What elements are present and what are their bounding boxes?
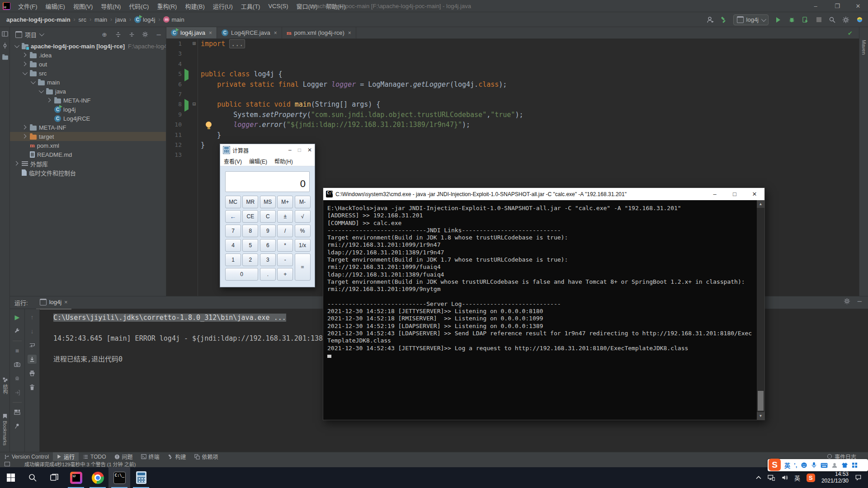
calc-button-2[interactable]: 2 <box>242 253 258 266</box>
breadcrumb-item-main[interactable]: main <box>94 16 107 23</box>
cmd-titlebar[interactable]: C:\ C:\Windows\system32\cmd.exe - java -… <box>323 188 764 200</box>
calc-minimize-button[interactable]: – <box>288 147 292 153</box>
run-console-tab[interactable]: log4j × <box>36 296 71 310</box>
sogou-tray-icon[interactable]: S <box>807 474 815 482</box>
breadcrumb-item-main[interactable]: mmain <box>163 16 184 23</box>
calc-button-ce[interactable]: CE <box>242 210 258 223</box>
detach-icon[interactable] <box>13 388 22 397</box>
calc-menu-编辑-e[interactable]: 编辑(E) <box>249 157 267 165</box>
panel-settings-gear-icon[interactable] <box>142 31 149 38</box>
toolbar-t-运行[interactable]: 运行 <box>53 452 79 461</box>
toolbar-t-依赖项[interactable]: 依赖项 <box>190 452 222 461</box>
tree-item-java[interactable]: java <box>10 87 166 96</box>
calc-button-item[interactable]: - <box>277 253 293 266</box>
ime-emoji-icon[interactable] <box>801 462 807 469</box>
taskbar-search-icon[interactable] <box>22 467 43 488</box>
down-stack-trace-icon[interactable]: ↓ <box>28 327 37 336</box>
toolbar-t-问题[interactable]: 问题 <box>110 452 137 461</box>
calc-button-c[interactable]: C <box>260 210 276 223</box>
calc-button-1-x[interactable]: 1/x <box>295 239 311 252</box>
close-icon[interactable]: × <box>274 30 277 36</box>
ime-account-icon[interactable] <box>831 462 838 469</box>
tree-item-pom-xml[interactable]: mpom.xml <box>10 141 166 150</box>
tree-item-log4jrce[interactable]: CLog4jRCE <box>10 114 166 123</box>
menubar-item-工具-t[interactable]: 工具(T) <box>237 0 264 12</box>
print-icon[interactable] <box>28 369 37 378</box>
calc-button-item[interactable]: % <box>295 225 311 237</box>
tree-item-target[interactable]: target <box>10 132 166 141</box>
hide-panel-icon[interactable]: ─ <box>155 31 162 38</box>
window-minimize-button[interactable]: – <box>806 0 826 12</box>
tree-item-apache-log4j-poc-main-log4j-rce[interactable]: apache-log4j-poc-main [log4j-rce]F:\apac… <box>10 42 166 51</box>
calc-button-6[interactable]: 6 <box>260 239 276 252</box>
clear-console-trash-icon[interactable] <box>28 383 37 392</box>
kill-process-icon[interactable] <box>13 374 22 383</box>
stop-button[interactable] <box>815 16 823 24</box>
stop-process-button[interactable]: ■ <box>13 346 22 355</box>
ime-toolbox-grid-icon[interactable] <box>852 462 858 468</box>
chevron-right-icon[interactable] <box>22 134 27 139</box>
tree-item-out[interactable]: out <box>10 60 166 69</box>
calc-button-mc[interactable]: MC <box>225 196 241 208</box>
calc-menu-帮助-h[interactable]: 帮助(H) <box>274 157 293 165</box>
close-icon[interactable]: × <box>64 299 68 305</box>
editor-tab-log4jrce-java[interactable]: CLog4jRCE.java× <box>217 27 282 38</box>
cmd-minimize-button[interactable]: – <box>705 188 725 200</box>
taskbar-start-button[interactable] <box>0 467 22 488</box>
toolbar-t-终端[interactable]: 终端 <box>137 452 164 461</box>
run-button[interactable] <box>774 16 782 24</box>
calc-button-ms[interactable]: MS <box>260 196 276 208</box>
ide-feature-icon[interactable] <box>855 16 863 24</box>
ime-mode-chinese-english-icon[interactable]: 英 <box>784 461 790 469</box>
stripe-project-icon[interactable] <box>0 31 10 37</box>
chevron-right-icon[interactable] <box>22 53 27 57</box>
chevron-down-icon[interactable] <box>31 79 36 84</box>
taskbar-taskview-icon[interactable] <box>43 467 65 488</box>
calculator-titlebar[interactable]: 计算器 – □ ✕ <box>220 144 315 156</box>
menubar-item-重构-r[interactable]: 重构(R) <box>153 0 181 12</box>
debug-button[interactable] <box>788 16 796 24</box>
menubar-item-视图-v[interactable]: 视图(V) <box>69 0 97 12</box>
calc-button-1[interactable]: 1 <box>225 253 241 266</box>
ime-voice-mic-icon[interactable] <box>811 462 817 469</box>
menubar-item-编辑-e[interactable]: 编辑(E) <box>42 0 69 12</box>
calc-button-mr[interactable]: MR <box>242 196 258 208</box>
menubar-item-运行-u[interactable]: 运行(U) <box>209 0 237 12</box>
toolbar-t-todo[interactable]: TODO <box>79 452 110 461</box>
thread-dump-camera-icon[interactable] <box>13 360 22 369</box>
tree-item-log4j[interactable]: Clog4j <box>10 105 166 114</box>
calc-button-backspace[interactable]: ← <box>225 210 241 223</box>
calc-button-item[interactable]: + <box>277 268 293 281</box>
toolbar-t-构建[interactable]: 构建 <box>164 452 190 461</box>
rerun-button[interactable]: ▶ <box>13 313 22 322</box>
scroll-down-icon[interactable]: ▼ <box>757 412 764 420</box>
calc-button-8[interactable]: 8 <box>242 225 258 237</box>
editor-tab-pom-xml-log4j-rce[interactable]: mpom.xml (log4j-rce)× <box>282 27 356 38</box>
breadcrumb-item-log4j[interactable]: Clog4j <box>134 16 155 23</box>
breadcrumb-item-apache-log4j-poc-main[interactable]: apache-log4j-poc-main <box>6 16 71 23</box>
build-hammer-icon[interactable] <box>720 16 728 24</box>
calc-button-0[interactable]: 0 <box>225 268 258 281</box>
taskbar-calculator-icon[interactable] <box>130 467 152 488</box>
taskbar-cmd-icon[interactable]: C:\_ <box>108 467 130 488</box>
menubar-item-构建-b[interactable]: 构建(B) <box>181 0 208 12</box>
sogou-logo-icon[interactable]: S <box>769 459 781 471</box>
soft-wrap-icon[interactable] <box>28 341 37 350</box>
chevron-down-icon[interactable] <box>23 70 28 75</box>
project-panel-header[interactable]: 项目 ⊕ ─ <box>10 27 166 42</box>
stripe-maven-item[interactable]: Maven <box>859 40 868 55</box>
coverage-button[interactable] <box>801 16 809 24</box>
chevron-down-icon[interactable] <box>39 88 44 93</box>
tree-item-meta-inf[interactable]: META-INF <box>10 96 166 105</box>
breadcrumb-item-java[interactable]: java <box>115 16 126 23</box>
menubar-item-代码-c[interactable]: 代码(C) <box>125 0 153 12</box>
toolbar-t-version-control[interactable]: Version Control <box>0 452 53 461</box>
cmd-maximize-button[interactable]: □ <box>725 188 745 200</box>
close-icon[interactable]: × <box>209 30 212 36</box>
tree-item-idea[interactable]: .idea <box>10 51 166 60</box>
tree-item-readme-md[interactable]: README.md <box>10 150 166 159</box>
inspection-ok-icon[interactable]: ✔ <box>848 30 853 37</box>
run-configuration-select[interactable]: log4j <box>733 14 769 25</box>
action-center-icon[interactable] <box>855 474 862 481</box>
tree-item-main[interactable]: main <box>10 78 166 87</box>
